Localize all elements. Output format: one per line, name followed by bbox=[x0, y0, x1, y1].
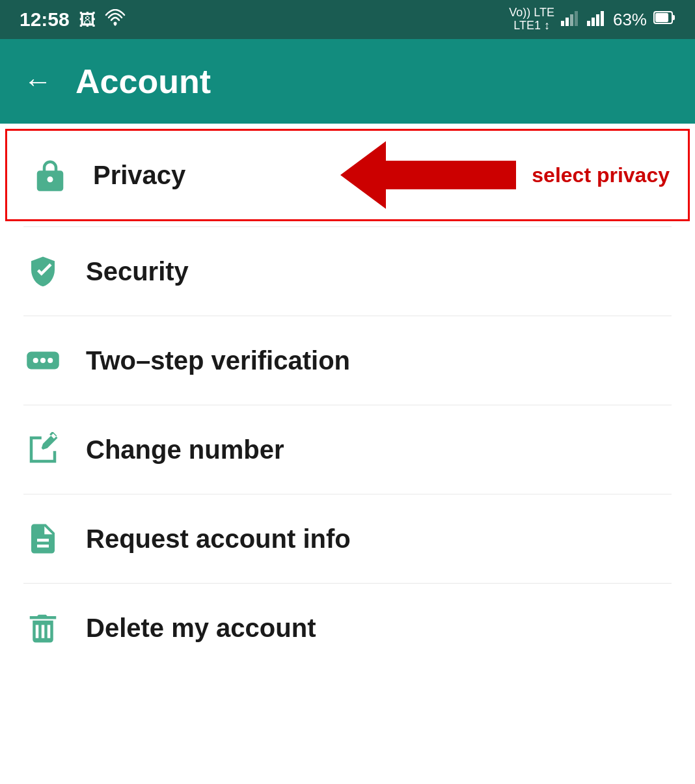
menu-item-two-step[interactable]: Two–step verification bbox=[0, 316, 695, 405]
svg-rect-8 bbox=[601, 11, 604, 26]
battery-icon bbox=[653, 10, 675, 29]
privacy-annotation: select privacy bbox=[340, 141, 670, 209]
svg-rect-10 bbox=[672, 15, 675, 20]
svg-point-0 bbox=[113, 21, 116, 25]
red-arrow bbox=[340, 141, 516, 209]
svg-rect-7 bbox=[596, 14, 599, 26]
shield-icon bbox=[23, 252, 62, 291]
gallery-icon: 🖼 bbox=[79, 10, 96, 30]
delete-account-label: Delete my account bbox=[86, 614, 316, 643]
svg-rect-4 bbox=[575, 11, 578, 26]
status-right: Vo)) LTELTE1 ↕ 63% bbox=[509, 7, 675, 33]
change-number-label: Change number bbox=[86, 435, 284, 465]
wifi-icon bbox=[105, 9, 126, 31]
svg-rect-3 bbox=[570, 14, 573, 26]
menu-item-change-number[interactable]: Change number bbox=[0, 405, 695, 494]
svg-rect-5 bbox=[587, 21, 590, 26]
status-time: 12:58 bbox=[20, 8, 70, 31]
arrow-shaft bbox=[386, 161, 516, 189]
lock-icon bbox=[31, 155, 70, 195]
privacy-label: Privacy bbox=[93, 161, 185, 190]
volte-indicator: Vo)) LTELTE1 ↕ bbox=[509, 7, 554, 33]
svg-rect-11 bbox=[655, 13, 668, 22]
svg-point-13 bbox=[33, 358, 38, 363]
svg-point-15 bbox=[48, 358, 53, 363]
svg-rect-1 bbox=[561, 21, 564, 26]
menu-item-security[interactable]: Security bbox=[0, 227, 695, 316]
phone-edit-icon bbox=[23, 430, 62, 469]
annotation-label: select privacy bbox=[532, 163, 670, 187]
document-icon bbox=[23, 519, 62, 558]
request-info-label: Request account info bbox=[86, 524, 351, 554]
two-step-label: Two–step verification bbox=[86, 346, 350, 375]
svg-rect-2 bbox=[566, 18, 569, 26]
menu-item-privacy[interactable]: Privacy select privacy bbox=[5, 129, 690, 221]
menu-item-request-info[interactable]: Request account info bbox=[0, 494, 695, 583]
security-label: Security bbox=[86, 257, 189, 286]
trash-icon bbox=[23, 608, 62, 647]
menu-list: Privacy select privacy Security bbox=[0, 129, 695, 672]
menu-item-delete-account[interactable]: Delete my account bbox=[0, 584, 695, 672]
signal-icon-1 bbox=[561, 9, 580, 30]
status-bar: 12:58 🖼 Vo)) LTELTE1 ↕ bbox=[0, 0, 695, 39]
status-left: 12:58 🖼 bbox=[20, 8, 126, 31]
signal-icon-2 bbox=[587, 9, 606, 30]
svg-rect-6 bbox=[592, 18, 595, 26]
app-header: ← Account bbox=[0, 39, 695, 124]
svg-point-14 bbox=[40, 358, 46, 363]
back-button[interactable]: ← bbox=[23, 67, 52, 96]
page-title: Account bbox=[75, 62, 211, 101]
arrow-head bbox=[340, 141, 386, 209]
battery-percent: 63% bbox=[613, 10, 647, 30]
dots-icon bbox=[23, 341, 62, 380]
